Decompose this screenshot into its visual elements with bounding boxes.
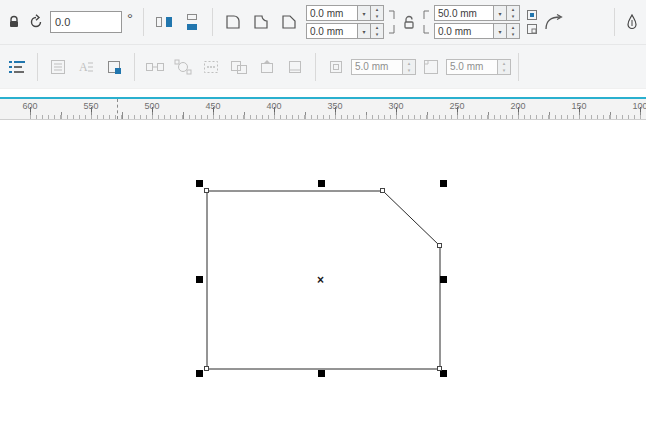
align-to-baseline-button[interactable] (282, 54, 308, 80)
shape-node[interactable] (204, 366, 209, 371)
wrap-text-icon (328, 59, 344, 75)
rotation-input[interactable]: 0.0 (50, 11, 122, 33)
rotation-center-marker[interactable]: × (317, 274, 324, 286)
stepper-down-icon[interactable]: ▾ (498, 67, 510, 74)
selection-handle-bottom-center[interactable] (318, 370, 325, 377)
outdent-icon (259, 59, 275, 75)
stepper-down-icon[interactable]: ▾ (403, 67, 415, 74)
divider (212, 8, 213, 36)
dropdown-arrow-icon[interactable]: ▾ (358, 23, 371, 39)
text-frame-offset-icon (106, 59, 122, 75)
dropdown-arrow-icon[interactable]: ▾ (494, 23, 507, 39)
shape-node[interactable] (380, 188, 385, 193)
horizontal-ruler[interactable]: 600 550 500 450 400 350 300 250 200 150 … (0, 97, 646, 120)
chamfer-width-field: 50.0 mm ▾ ▴ ▾ (434, 5, 520, 21)
text-property-bar: A 5.0 mm ▴ ▾ 5.0 mm ▴ ▾ (0, 45, 646, 89)
selection-handle-middle-right[interactable] (440, 276, 447, 283)
selection-handle-top-right[interactable] (440, 180, 447, 187)
corner-radius-fields: 0.0 mm ▾ ▴ ▾ 0.0 mm ▾ ▴ ▾ (306, 5, 384, 39)
text-frame-offset-button[interactable] (101, 54, 127, 80)
character-spacing-button[interactable] (198, 54, 224, 80)
drop-cap-icon: A (78, 59, 94, 75)
stepper-down-icon[interactable]: ▾ (371, 13, 383, 20)
word-spacing-button[interactable] (170, 54, 196, 80)
ruler-label: 550 (83, 101, 98, 111)
frame-offset-input[interactable]: 5.0 mm (446, 59, 498, 75)
ruler-label: 300 (388, 101, 403, 111)
selection-handle-bottom-right[interactable] (440, 370, 447, 377)
text-columns-button[interactable] (45, 54, 71, 80)
text-columns-icon (50, 59, 66, 75)
drop-cap-button[interactable]: A (73, 54, 99, 80)
corner-radius-top-stepper: ▴ ▾ (371, 5, 384, 21)
ruler-label: 350 (327, 101, 342, 111)
canvas[interactable]: × (0, 120, 646, 433)
stepper-up-icon[interactable]: ▴ (403, 60, 415, 67)
corner-radius-top-input[interactable]: 0.0 mm (306, 5, 358, 21)
frame-margin-icon (422, 58, 440, 76)
ruler-label: 150 (571, 101, 586, 111)
wrap-offset-input[interactable]: 5.0 mm (351, 59, 403, 75)
shape-node[interactable] (437, 366, 442, 371)
selection-handle-top-center[interactable] (318, 180, 325, 187)
chamfer-width-input[interactable]: 50.0 mm (434, 5, 494, 21)
chamfer-distance-fields: 50.0 mm ▾ ▴ ▾ 0.0 mm ▾ ▴ ▾ (434, 5, 520, 39)
selection-handle-top-left[interactable] (196, 180, 203, 187)
divider (37, 53, 38, 81)
scalloped-corner-button[interactable] (248, 9, 274, 35)
ruler-label: 500 (144, 101, 159, 111)
scalloped-corner-icon (252, 13, 270, 31)
outdent-button[interactable] (254, 54, 280, 80)
mirror-vertical-button[interactable] (179, 9, 205, 35)
curve-arrow-icon (543, 13, 567, 31)
stepper-up-icon[interactable]: ▴ (371, 24, 383, 31)
relative-corner-toggles (526, 9, 538, 35)
divider (134, 53, 135, 81)
frame-offset-stepper: ▴ ▾ (498, 59, 511, 75)
selection-handle-bottom-left[interactable] (196, 370, 203, 377)
mirror-vertical-icon (185, 13, 199, 31)
wrap-offset-stepper: ▴ ▾ (403, 59, 416, 75)
mirror-horizontal-button[interactable] (151, 9, 177, 35)
edit-corners-together-button[interactable] (399, 9, 419, 35)
stepper-down-icon[interactable]: ▾ (507, 13, 519, 20)
dropdown-arrow-icon[interactable]: ▾ (358, 5, 371, 21)
corner-radius-bottom-input[interactable]: 0.0 mm (306, 23, 358, 39)
stepper-down-icon[interactable]: ▾ (507, 31, 519, 38)
ruler-label: 600 (22, 101, 37, 111)
wrap-text-button[interactable] (323, 54, 349, 80)
paragraph-spacing-button[interactable] (142, 54, 168, 80)
dropdown-arrow-icon[interactable]: ▾ (494, 5, 507, 21)
round-corner-icon (224, 13, 242, 31)
shape-node[interactable] (437, 243, 442, 248)
divider (143, 8, 144, 36)
corner-radius-top-field: 0.0 mm ▾ ▴ ▾ (306, 5, 384, 21)
chamfered-corner-button[interactable] (276, 9, 302, 35)
word-spacing-icon (174, 59, 192, 75)
stepper-up-icon[interactable]: ▴ (371, 6, 383, 13)
lock-object-button[interactable] (4, 9, 24, 35)
rotation-icon (28, 14, 44, 30)
stepper-down-icon[interactable]: ▾ (371, 31, 383, 38)
indent-button[interactable] (226, 54, 252, 80)
rotation-value: 0.0 (55, 16, 70, 28)
degree-icon: ° (127, 10, 133, 27)
divider (614, 8, 615, 36)
stepper-up-icon[interactable]: ▴ (507, 24, 519, 31)
chamfer-height-input[interactable]: 0.0 mm (434, 23, 494, 39)
mirror-horizontal-icon (155, 15, 173, 29)
selection-handle-middle-left[interactable] (196, 276, 203, 283)
stepper-up-icon[interactable]: ▴ (498, 60, 510, 67)
stepper-up-icon[interactable]: ▴ (507, 6, 519, 13)
pen-pressure-button[interactable] (622, 9, 642, 35)
ruler-label: 400 (266, 101, 281, 111)
fillet-curve-button[interactable] (542, 9, 568, 35)
shape-node[interactable] (204, 188, 209, 193)
property-bar: 0.0 ° 0.0 mm ▾ ▴ ▾ 0.0 mm ▾ ▴ ▾ (0, 0, 646, 45)
chamfer-height-stepper: ▴ ▾ (507, 23, 520, 39)
round-corner-button[interactable] (220, 9, 246, 35)
absolute-corner-icon[interactable] (526, 23, 538, 35)
bulleted-list-button[interactable] (4, 54, 30, 80)
frame-margin-button[interactable] (418, 54, 444, 80)
relative-corner-icon[interactable] (526, 9, 538, 21)
